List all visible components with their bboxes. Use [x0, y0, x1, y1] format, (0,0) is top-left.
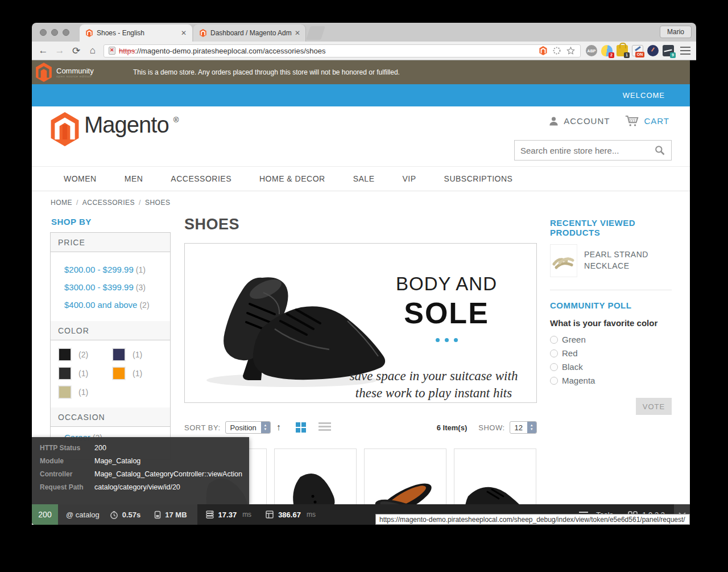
- banner-dots: [364, 338, 529, 342]
- select-stepper-icon: ▲▼: [527, 421, 536, 434]
- magento-favicon: [85, 29, 93, 37]
- gauge-extension-icon[interactable]: [647, 45, 659, 56]
- show-select[interactable]: 12 ▲▼: [510, 421, 537, 434]
- memory-metric[interactable]: 17 MB: [154, 510, 187, 519]
- radio-icon[interactable]: [550, 349, 558, 357]
- reload-button[interactable]: ⟳: [71, 45, 82, 57]
- filter-count: (1): [133, 369, 142, 378]
- radio-icon[interactable]: [550, 336, 558, 344]
- nav-item-subscriptions[interactable]: SUBSCRIPTIONS: [444, 174, 513, 183]
- tab-shoes[interactable]: Shoes - English ✕: [80, 24, 192, 42]
- filter-count: (1): [133, 350, 142, 359]
- page-action-icon[interactable]: [552, 46, 561, 55]
- insecure-page-icon[interactable]: [109, 47, 115, 55]
- magento-extension-icon[interactable]: [539, 46, 548, 55]
- radio-icon[interactable]: [550, 377, 558, 385]
- address-bar[interactable]: https://magento-demo.piratesheeplocal.co…: [104, 44, 581, 57]
- welcome-bar: WELCOME: [32, 84, 690, 106]
- swatch-khaki[interactable]: [59, 386, 71, 398]
- store-scope[interactable]: @ catalog: [66, 511, 100, 519]
- poll-option-black[interactable]: Black: [550, 362, 672, 372]
- adblock-extension-icon[interactable]: ABP: [586, 45, 597, 56]
- database-icon: [205, 510, 214, 519]
- swatch-black[interactable]: [59, 348, 71, 361]
- minimize-window-button[interactable]: [51, 29, 58, 36]
- account-link[interactable]: ACCOUNT: [548, 116, 610, 126]
- welcome-text: WELCOME: [623, 91, 665, 100]
- zoom-window-button[interactable]: [63, 29, 69, 36]
- grid-view-button[interactable]: [296, 422, 306, 433]
- page-viewport: Community open source edition This is a …: [32, 60, 690, 525]
- search-icon[interactable]: [654, 145, 665, 156]
- filter-occasion-header[interactable]: OCCASION: [51, 408, 170, 427]
- sort-select[interactable]: Position ▲▼: [225, 421, 271, 434]
- swatch-orange[interactable]: [113, 367, 125, 380]
- person-icon: [548, 116, 559, 126]
- price-filter-link[interactable]: $300.00 - $399.99: [64, 282, 134, 292]
- poll-option-green[interactable]: Green: [550, 335, 672, 344]
- render-time-metric[interactable]: 386.67ms: [265, 510, 316, 519]
- tab-close-icon[interactable]: ✕: [295, 29, 300, 37]
- nav-item-women[interactable]: WOMEN: [64, 174, 97, 183]
- breadcrumb-home[interactable]: HOME: [51, 199, 72, 207]
- nav-item-accessories[interactable]: ACCESSORIES: [171, 174, 231, 183]
- community-poll-title: COMMUNITY POLL: [550, 301, 672, 310]
- recently-viewed-item[interactable]: PEARL STRAND NECKLACE: [550, 244, 672, 277]
- product-thumbnail[interactable]: [550, 244, 577, 277]
- store-logo[interactable]: Magento ®: [50, 112, 179, 146]
- search-input[interactable]: [520, 146, 654, 155]
- product-name-link[interactable]: PEARL STRAND NECKLACE: [584, 244, 672, 277]
- filter-price-header[interactable]: PRICE: [51, 233, 170, 252]
- bookmark-star-icon[interactable]: [566, 46, 576, 56]
- price-filter-link[interactable]: $400.00 and above: [64, 300, 137, 310]
- filter-count: (3): [136, 283, 146, 292]
- radio-icon[interactable]: [550, 363, 558, 371]
- nav-item-vip[interactable]: VIP: [402, 174, 416, 183]
- nav-item-home-decor[interactable]: HOME & DECOR: [259, 174, 325, 183]
- price-filter-link[interactable]: $200.00 - $299.99: [64, 265, 134, 274]
- bulb-extension-icon[interactable]: 2: [601, 45, 613, 56]
- new-tab-button[interactable]: [306, 26, 325, 40]
- debug-request-panel: HTTP Status200 ModuleMage_Catalog Contro…: [32, 437, 249, 504]
- show-select-value: 12: [510, 423, 527, 432]
- window-controls[interactable]: [40, 29, 69, 36]
- extension-badge: 1: [624, 52, 630, 58]
- category-banner: BODY AND SOLE save space in your suitcas…: [184, 243, 537, 403]
- item-count: 6 Item(s): [437, 423, 467, 432]
- sort-direction-button[interactable]: ↑: [276, 422, 282, 433]
- banner-line2: SOLE: [364, 296, 529, 330]
- breadcrumb-accessories[interactable]: ACCESSORIES: [82, 199, 135, 207]
- chart-extension-icon[interactable]: 9: [663, 45, 674, 56]
- price-filter-row: $200.00 - $299.99(1): [64, 265, 164, 274]
- pen-on-extension-icon[interactable]: ON: [632, 45, 643, 56]
- home-button[interactable]: ⌂: [87, 45, 98, 56]
- cart-link[interactable]: CART: [624, 115, 669, 127]
- page-title: SHOES: [184, 216, 537, 233]
- swatch-navy[interactable]: [113, 348, 125, 361]
- lock-extension-icon[interactable]: 1: [617, 45, 628, 56]
- nav-item-sale[interactable]: SALE: [353, 174, 375, 183]
- db-time-metric[interactable]: 17.37ms: [205, 510, 252, 519]
- forward-button[interactable]: →: [54, 45, 65, 56]
- vote-button[interactable]: VOTE: [636, 398, 672, 415]
- url-text[interactable]: https://magento-demo.piratesheeplocal.co…: [119, 47, 535, 55]
- poll-option-magenta[interactable]: Magenta: [550, 376, 672, 385]
- browser-menu-icon[interactable]: [680, 47, 690, 55]
- filter-count: (2): [139, 301, 149, 310]
- list-view-button[interactable]: [318, 422, 331, 433]
- poll-question: What is your favorite color: [550, 318, 672, 328]
- tab-close-icon[interactable]: ✕: [181, 29, 187, 37]
- tab-title: Shoes - English: [97, 29, 179, 37]
- filter-color-header[interactable]: COLOR: [51, 321, 170, 340]
- browser-profile-button[interactable]: Mario: [660, 26, 692, 38]
- swatch-charcoal[interactable]: [59, 367, 71, 380]
- layout-icon: [265, 510, 274, 519]
- close-window-button[interactable]: [40, 29, 47, 36]
- request-time-metric[interactable]: 0.57s: [110, 511, 141, 519]
- nav-item-men[interactable]: MEN: [125, 174, 143, 183]
- debug-row: HTTP Status200: [40, 444, 241, 452]
- tab-dashboard[interactable]: Dashboard / Magento Adm ✕: [193, 24, 306, 42]
- back-button[interactable]: ←: [38, 45, 49, 56]
- poll-option-red[interactable]: Red: [550, 348, 672, 358]
- demo-store-message: This is a demo store. Any orders placed …: [133, 68, 400, 76]
